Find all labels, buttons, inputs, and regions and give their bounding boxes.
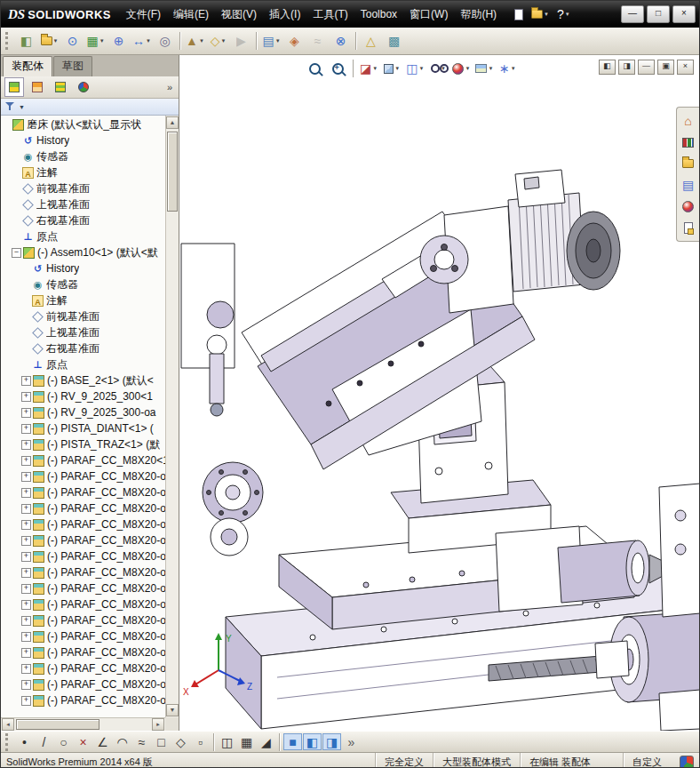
tree-item[interactable]: +(-) PARAF_CC_M8X20-o [1,660,165,676]
expand-icon[interactable]: + [21,632,31,642]
menu-file[interactable]: 文件(F) [120,4,167,26]
expand-icon[interactable]: + [21,552,31,562]
sketch-rectangle-button[interactable]: □ [152,733,171,750]
tree-item[interactable]: +(-) RV_9_2025_300-oa [1,404,165,420]
mate-button[interactable]: ⊙ [61,30,84,52]
insert-components-button[interactable]: ▼ [38,30,60,52]
move-component-button[interactable]: ↔▼ [131,30,153,52]
scroll-right-icon[interactable]: ▸ [152,718,164,731]
expand-icon[interactable]: + [21,584,31,594]
expand-icon[interactable]: + [21,616,31,626]
expand-icon[interactable]: + [21,488,31,498]
tree-item[interactable]: +(-) PARAF_CC_M8X20-o [1,532,165,548]
tree-item[interactable]: 注解 [1,164,165,180]
expand-icon[interactable]: + [21,472,31,482]
tree-item[interactable]: +(-) PISTA_DIANT<1> ( [1,420,165,436]
scroll-up-icon[interactable]: ▲ [166,116,179,129]
expand-icon[interactable]: + [21,392,31,402]
tree-item[interactable]: 右视基准面 [1,340,165,356]
maximize-button[interactable]: □ [647,5,670,23]
tree-item[interactable]: +(-) PISTA_TRAZ<1> (默 [1,436,165,452]
doc-minimize-button[interactable]: — [638,60,655,75]
filter-dropdown-arrow-icon[interactable]: ▼ [19,104,25,110]
reference-geometry-button[interactable]: ◇▼ [207,30,229,52]
filter-funnel-icon[interactable] [5,101,15,112]
sketch-spline-button[interactable]: ≈ [132,733,151,750]
scroll-left-icon[interactable]: ◂ [2,718,14,731]
expand-icon[interactable]: + [21,664,31,674]
section-view-button[interactable]: ◪▼ [358,59,379,78]
expand-icon[interactable]: + [21,440,31,450]
expand-icon[interactable]: + [21,456,31,466]
design-library-button[interactable] [678,132,698,153]
zoom-to-fit-button[interactable] [304,59,325,78]
tree-item[interactable]: 前视基准面 [1,308,165,324]
tree-item[interactable]: +(-) PARAF_CC_M8X20-o [1,500,165,516]
tree-item[interactable]: +(-) PARAF_CC_M8X20-o [1,484,165,500]
pane-right-button[interactable]: ◨ [618,60,635,75]
menu-help[interactable]: 帮助(H) [454,4,503,26]
tree-item[interactable]: 前视基准面 [1,180,165,196]
tree-item[interactable]: +(-) RV_9_2025_300<1 [1,388,165,404]
bill-of-materials-button[interactable]: ▤▼ [260,30,282,52]
hide-show-items-button[interactable]: ▼ [427,59,449,78]
tree-item[interactable]: +(-) PARAF_CC_M8X20-o [1,644,165,660]
tree-item[interactable]: History [1,260,165,276]
tree-item[interactable]: +(-) PARAF_CC_M8X20-o [1,564,165,580]
tree-item[interactable]: 传感器 [1,148,165,164]
doc-restore-button[interactable]: ▣ [657,60,674,75]
tree-vertical-scrollbar[interactable]: ▲ ▼ [165,116,179,717]
close-button[interactable]: × [672,5,696,23]
horizontal-scroll-thumb[interactable] [16,719,99,730]
sketch-line-button[interactable]: / [35,733,53,750]
assembly-features-button[interactable]: ▲▼ [184,30,206,52]
menu-edit[interactable]: 编辑(E) [167,4,215,26]
sketch-trim-button[interactable]: ▫ [191,733,210,750]
smart-fasteners-button[interactable]: ⊕ [107,30,130,52]
large-assembly-mode-button[interactable]: ▩ [383,30,405,52]
sketch-circle-button[interactable]: ○ [54,733,73,750]
solidworks-resources-button[interactable]: ⌂ [678,110,698,132]
show-hidden-components-button[interactable]: ◎ [154,30,176,52]
tree-item[interactable]: +(-) PARAF_CC_M8X20-o [1,612,165,628]
mirror-entities-button[interactable]: ◫ [218,733,236,750]
menu-tools[interactable]: 工具(T) [306,4,354,26]
interference-detection-button[interactable]: ⊗ [330,30,352,52]
tree-item[interactable]: 原点 [1,356,165,372]
expand-panel-icon[interactable]: » [164,82,175,92]
help-button[interactable]: ?▼ [554,6,573,22]
tree-item[interactable]: 上视基准面 [1,196,165,212]
expand-icon[interactable]: + [21,408,31,418]
tree-item[interactable]: 原点 [1,228,165,244]
sketch-chamfer-button[interactable]: ◢ [257,733,275,750]
minimize-button[interactable]: — [621,5,644,23]
edit-component-button[interactable]: ◧ [15,30,37,52]
zoom-to-area-button[interactable] [327,59,348,78]
tree-item[interactable]: +(-) PARAF_CC_M8X20-o [1,676,165,692]
expand-icon[interactable]: + [21,568,31,578]
tree-item[interactable]: 磨床 (默认<默认_显示状 [1,116,165,132]
tree-item[interactable]: +(-) PARAF_CC_M8X20<1 [1,452,165,468]
custom-properties-button[interactable] [678,217,698,238]
tree-item[interactable]: −(-) Assem10<1> (默认<默 [1,244,165,260]
sketch-arc-button[interactable]: ◠ [113,733,131,750]
tree-item[interactable]: +(-) PARAF_CC_M8X20-o [1,516,165,532]
edit-appearance-button[interactable]: ▼ [450,59,472,78]
sketch-polygon-button[interactable]: ◇ [171,733,190,750]
linear-sketch-pattern-button[interactable]: ▦ [237,733,256,750]
sketch-point-button[interactable]: • [15,733,34,750]
expand-icon[interactable]: + [21,424,31,434]
view-settings-button[interactable]: ∗▼ [497,59,518,78]
two-pane-view-button[interactable]: ◧ [303,733,322,750]
tree-item[interactable]: History [1,132,165,148]
tree-item[interactable]: 注解 [1,292,165,308]
displaymanager-tab[interactable] [74,77,93,97]
expand-icon[interactable]: + [21,648,31,658]
scroll-down-icon[interactable]: ▼ [166,704,179,716]
expand-icon[interactable]: + [21,504,31,514]
tree-horizontal-scrollbar[interactable]: ◂ ▸ [1,717,165,731]
sketch-erase-button[interactable]: × [74,733,92,750]
expand-icon[interactable]: + [21,696,31,706]
menu-view[interactable]: 视图(V) [215,4,263,26]
instant3d-button[interactable]: △ [360,30,382,52]
